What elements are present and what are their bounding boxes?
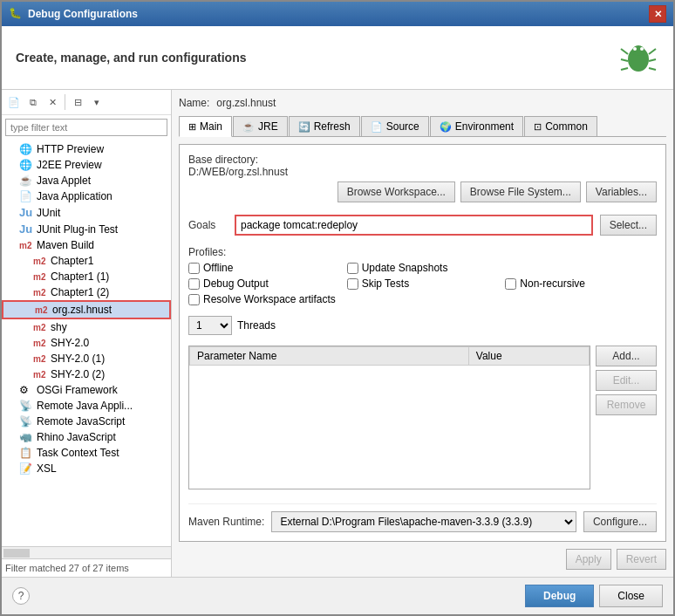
goals-row: Goals Select... — [188, 215, 657, 236]
goals-input[interactable] — [235, 215, 593, 236]
tree-item-label: XSL — [37, 462, 57, 475]
tree-item-shy-2[interactable]: m2 SHY-2.0 — [2, 335, 171, 351]
browse-filesystem-button[interactable]: Browse File System... — [460, 181, 581, 202]
maven-item-icon: m2 — [33, 354, 47, 364]
tree-item-label: Remote Java Appli... — [37, 400, 133, 412]
java-app-icon: 📄 — [19, 190, 33, 202]
base-directory-section: Base directory: D:/WEB/org.zsl.hnust Bro… — [188, 154, 657, 208]
debug-output-label: Debug Output — [203, 277, 269, 290]
offline-label: Offline — [203, 262, 233, 274]
left-panel-footer: Filter matched 27 of 27 items — [2, 558, 171, 577]
update-snapshots-checkbox-label[interactable]: Update Snapshots — [347, 262, 499, 274]
tree-item-chapter1-2[interactable]: m2 Chapter1 (2) — [2, 284, 171, 300]
variables-button[interactable]: Variables... — [586, 181, 657, 202]
edit-param-button[interactable]: Edit... — [596, 370, 657, 391]
goals-label: Goals — [188, 219, 228, 231]
new-config-button[interactable]: 📄 — [5, 93, 23, 111]
offline-checkbox-label[interactable]: Offline — [188, 262, 340, 274]
main-action-buttons: Debug Close — [525, 585, 663, 607]
maven-group-icon: m2 — [19, 241, 33, 250]
configure-maven-button[interactable]: Configure... — [583, 511, 657, 532]
tree-item-maven-build[interactable]: m2 Maven Build — [2, 237, 171, 253]
tab-source[interactable]: 📄 Source — [361, 116, 429, 136]
left-toolbar: 📄 ⧉ ✕ ⊟ ▾ — [2, 90, 171, 115]
param-name-header: Parameter Name — [190, 347, 469, 366]
tree-item-http-preview[interactable]: 🌐 HTTP Preview — [2, 141, 171, 157]
svg-line-3 — [649, 49, 656, 54]
main-tab-icon: ⊞ — [188, 121, 196, 133]
tab-common-label: Common — [545, 120, 588, 133]
update-snapshots-checkbox[interactable] — [347, 263, 358, 274]
tree-item-java-applet[interactable]: ☕ Java Applet — [2, 173, 171, 188]
common-tab-icon: ⊡ — [534, 121, 542, 133]
tree-item-org-zsl-hnust[interactable]: m2 org.zsl.hnust — [2, 300, 171, 319]
tree-item-remote-java[interactable]: 📡 Remote Java Appli... — [2, 398, 171, 414]
tree-item-shy-2-2[interactable]: m2 SHY-2.0 (2) — [2, 366, 171, 382]
resolve-workspace-checkbox-label[interactable]: Resolve Workspace artifacts — [188, 293, 336, 305]
close-button[interactable]: ✕ — [649, 5, 666, 23]
help-button[interactable]: ? — [12, 587, 30, 605]
tab-common[interactable]: ⊡ Common — [524, 116, 597, 136]
apply-button[interactable]: Apply — [566, 549, 611, 570]
resolve-workspace-checkbox[interactable] — [188, 294, 200, 305]
skip-tests-checkbox-label[interactable]: Skip Tests — [347, 277, 499, 290]
tree-item-junit[interactable]: Ju JUnit — [2, 204, 171, 221]
delete-config-button[interactable]: ✕ — [44, 93, 61, 111]
debug-button[interactable]: Debug — [525, 585, 594, 607]
tree-item-xsl[interactable]: 📝 XSL — [2, 461, 171, 476]
non-recursive-checkbox[interactable] — [505, 278, 516, 290]
junit-plugin-icon: Ju — [19, 222, 33, 236]
tree-item-junit-plugin[interactable]: Ju JUnit Plug-in Test — [2, 221, 171, 237]
debug-output-checkbox[interactable] — [188, 278, 200, 290]
dialog-close-button[interactable]: Close — [599, 585, 663, 607]
tree-item-shy[interactable]: m2 shy — [2, 319, 171, 335]
horizontal-scrollbar[interactable] — [2, 546, 171, 558]
tree-item-label: shy — [51, 321, 67, 333]
refresh-tab-icon: 🔄 — [298, 121, 310, 133]
http-preview-icon: 🌐 — [19, 143, 33, 155]
tree-item-chapter1[interactable]: m2 Chapter1 — [2, 253, 171, 269]
filter-button[interactable]: ▾ — [88, 93, 106, 111]
source-tab-icon: 📄 — [371, 121, 383, 133]
tab-jre[interactable]: ☕ JRE — [233, 116, 288, 136]
profiles-section: Profiles: Offline Update Snapshots — [188, 243, 657, 305]
maven-runtime-select[interactable]: External D:\Program Files\apache-maven-3… — [271, 511, 576, 532]
tree-item-label: J2EE Preview — [37, 159, 102, 171]
tab-jre-label: JRE — [258, 120, 278, 133]
tree-item-rhino-js[interactable]: 🦏 Rhino JavaScript — [2, 429, 171, 445]
tab-refresh-label: Refresh — [314, 120, 351, 133]
debug-output-checkbox-label[interactable]: Debug Output — [188, 277, 340, 290]
tree-item-chapter1-1[interactable]: m2 Chapter1 (1) — [2, 269, 171, 284]
offline-checkbox[interactable] — [188, 263, 200, 274]
duplicate-config-button[interactable]: ⧉ — [24, 93, 42, 111]
tree-item-j2ee-preview[interactable]: 🌐 J2EE Preview — [2, 157, 171, 173]
j2ee-icon: 🌐 — [19, 159, 33, 171]
tree-item-remote-js[interactable]: 📡 Remote JavaScript — [2, 414, 171, 429]
collapse-all-button[interactable]: ⊟ — [69, 93, 86, 111]
tab-refresh[interactable]: 🔄 Refresh — [289, 116, 360, 136]
tree-item-task-context[interactable]: 📋 Task Context Test — [2, 445, 171, 461]
tree-item-label: Java Applet — [37, 175, 91, 187]
threads-select[interactable]: 1 2 4 8 — [188, 316, 232, 335]
non-recursive-checkbox-label[interactable]: Non-recursive — [505, 277, 657, 290]
tab-main[interactable]: ⊞ Main — [179, 116, 232, 137]
maven-runtime-label: Maven Runtime: — [188, 516, 264, 528]
tree-item-osgi[interactable]: ⚙ OSGi Framework — [2, 382, 171, 398]
threads-label: Threads — [237, 319, 276, 332]
tree-item-java-application[interactable]: 📄 Java Application — [2, 188, 171, 204]
tree-item-label: OSGi Framework — [37, 384, 118, 396]
rhino-icon: 🦏 — [19, 431, 33, 443]
add-param-button[interactable]: Add... — [596, 346, 657, 366]
remove-param-button[interactable]: Remove — [596, 394, 657, 415]
tree-item-shy-2-1[interactable]: m2 SHY-2.0 (1) — [2, 351, 171, 366]
tab-environment[interactable]: 🌍 Environment — [430, 116, 523, 136]
browse-workspace-button[interactable]: Browse Workspace... — [338, 181, 455, 202]
xsl-icon: 📝 — [19, 462, 33, 475]
goals-select-button[interactable]: Select... — [600, 215, 657, 236]
param-value-header: Value — [468, 347, 589, 366]
filter-input[interactable] — [5, 119, 167, 136]
skip-tests-checkbox[interactable] — [347, 278, 358, 290]
browse-buttons-row: Browse Workspace... Browse File System..… — [188, 181, 657, 202]
threads-row: 1 2 4 8 Threads — [188, 316, 657, 335]
revert-button[interactable]: Revert — [617, 549, 666, 570]
